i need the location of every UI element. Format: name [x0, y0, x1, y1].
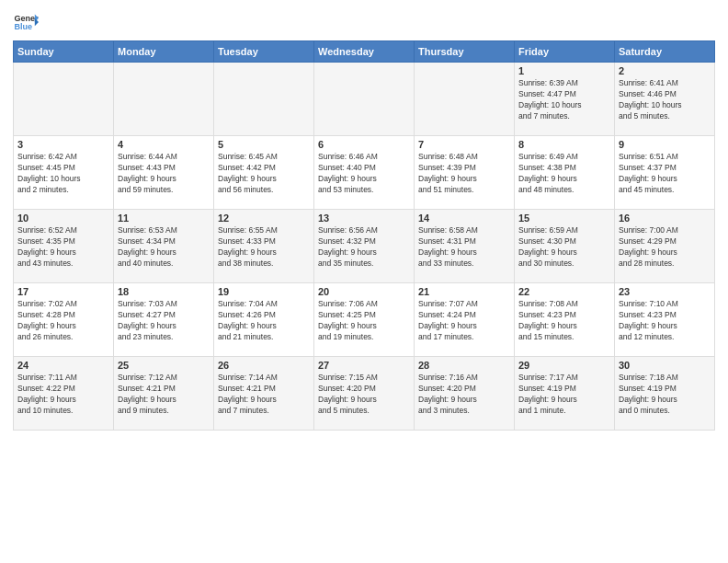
weekday-header-row: SundayMondayTuesdayWednesdayThursdayFrid…	[14, 41, 715, 63]
day-number: 20	[318, 286, 410, 297]
day-info: Sunrise: 7:11 AM Sunset: 4:22 PM Dayligh…	[17, 373, 109, 417]
day-number: 9	[619, 139, 711, 150]
day-info: Sunrise: 6:45 AM Sunset: 4:42 PM Dayligh…	[218, 152, 310, 196]
day-info: Sunrise: 7:14 AM Sunset: 4:21 PM Dayligh…	[218, 373, 310, 417]
week-row-4: 17Sunrise: 7:02 AM Sunset: 4:28 PM Dayli…	[14, 283, 715, 357]
svg-text:Blue: Blue	[14, 22, 32, 31]
day-number: 18	[118, 286, 210, 297]
calendar-cell: 12Sunrise: 6:55 AM Sunset: 4:33 PM Dayli…	[214, 210, 314, 283]
week-row-5: 24Sunrise: 7:11 AM Sunset: 4:22 PM Dayli…	[14, 357, 715, 431]
header: General Blue	[13, 9, 715, 35]
calendar-cell: 7Sunrise: 6:48 AM Sunset: 4:39 PM Daylig…	[415, 136, 515, 210]
calendar-cell: 19Sunrise: 7:04 AM Sunset: 4:26 PM Dayli…	[214, 283, 314, 357]
day-number: 15	[518, 213, 610, 224]
day-number: 3	[17, 139, 109, 150]
day-number: 21	[418, 286, 510, 297]
calendar-cell: 11Sunrise: 6:53 AM Sunset: 4:34 PM Dayli…	[114, 210, 214, 283]
weekday-header-sunday: Sunday	[14, 41, 114, 63]
day-info: Sunrise: 6:58 AM Sunset: 4:31 PM Dayligh…	[418, 225, 510, 270]
calendar-cell: 6Sunrise: 6:46 AM Sunset: 4:40 PM Daylig…	[314, 136, 415, 210]
calendar-cell: 3Sunrise: 6:42 AM Sunset: 4:45 PM Daylig…	[14, 136, 114, 210]
day-info: Sunrise: 7:03 AM Sunset: 4:27 PM Dayligh…	[118, 299, 210, 343]
day-number: 16	[619, 213, 711, 224]
calendar-cell: 25Sunrise: 7:12 AM Sunset: 4:21 PM Dayli…	[114, 357, 214, 431]
calendar-cell	[114, 63, 214, 136]
calendar-cell	[14, 63, 114, 136]
calendar-cell: 2Sunrise: 6:41 AM Sunset: 4:46 PM Daylig…	[615, 63, 715, 136]
day-info: Sunrise: 6:56 AM Sunset: 4:32 PM Dayligh…	[318, 225, 410, 270]
weekday-header-friday: Friday	[515, 41, 615, 63]
day-info: Sunrise: 7:17 AM Sunset: 4:19 PM Dayligh…	[518, 373, 610, 417]
day-info: Sunrise: 7:10 AM Sunset: 4:23 PM Dayligh…	[619, 299, 711, 343]
calendar-cell: 16Sunrise: 7:00 AM Sunset: 4:29 PM Dayli…	[615, 210, 715, 283]
calendar-table: SundayMondayTuesdayWednesdayThursdayFrid…	[13, 40, 715, 431]
calendar-cell	[214, 63, 314, 136]
weekday-header-saturday: Saturday	[615, 41, 715, 63]
generalblue-logo-icon: General Blue	[13, 9, 39, 35]
weekday-header-tuesday: Tuesday	[214, 41, 314, 63]
day-number: 29	[518, 360, 610, 371]
calendar-cell: 21Sunrise: 7:07 AM Sunset: 4:24 PM Dayli…	[415, 283, 515, 357]
day-number: 27	[318, 360, 410, 371]
day-number: 7	[418, 139, 510, 150]
day-number: 6	[318, 139, 410, 150]
week-row-1: 1Sunrise: 6:39 AM Sunset: 4:47 PM Daylig…	[14, 63, 715, 136]
day-info: Sunrise: 6:46 AM Sunset: 4:40 PM Dayligh…	[318, 152, 410, 196]
day-info: Sunrise: 7:06 AM Sunset: 4:25 PM Dayligh…	[318, 299, 410, 343]
calendar-cell: 20Sunrise: 7:06 AM Sunset: 4:25 PM Dayli…	[314, 283, 415, 357]
day-number: 23	[619, 286, 711, 297]
calendar-cell: 9Sunrise: 6:51 AM Sunset: 4:37 PM Daylig…	[615, 136, 715, 210]
calendar-cell: 1Sunrise: 6:39 AM Sunset: 4:47 PM Daylig…	[515, 63, 615, 136]
day-info: Sunrise: 6:59 AM Sunset: 4:30 PM Dayligh…	[518, 225, 610, 270]
calendar-cell: 17Sunrise: 7:02 AM Sunset: 4:28 PM Dayli…	[14, 283, 114, 357]
day-number: 28	[418, 360, 510, 371]
day-number: 26	[218, 360, 310, 371]
day-info: Sunrise: 6:52 AM Sunset: 4:35 PM Dayligh…	[17, 225, 109, 270]
day-info: Sunrise: 7:07 AM Sunset: 4:24 PM Dayligh…	[418, 299, 510, 343]
day-info: Sunrise: 6:42 AM Sunset: 4:45 PM Dayligh…	[17, 152, 109, 196]
day-number: 19	[218, 286, 310, 297]
calendar-cell: 29Sunrise: 7:17 AM Sunset: 4:19 PM Dayli…	[515, 357, 615, 431]
day-number: 25	[118, 360, 210, 371]
calendar-cell: 15Sunrise: 6:59 AM Sunset: 4:30 PM Dayli…	[515, 210, 615, 283]
day-number: 5	[218, 139, 310, 150]
day-number: 2	[619, 65, 711, 76]
day-info: Sunrise: 6:51 AM Sunset: 4:37 PM Dayligh…	[619, 152, 711, 196]
day-info: Sunrise: 7:12 AM Sunset: 4:21 PM Dayligh…	[118, 373, 210, 417]
calendar-cell: 27Sunrise: 7:15 AM Sunset: 4:20 PM Dayli…	[314, 357, 415, 431]
page: General Blue SundayMondayTuesdayWednesda…	[0, 0, 728, 563]
day-number: 1	[518, 65, 610, 76]
calendar-cell	[415, 63, 515, 136]
day-number: 4	[118, 139, 210, 150]
day-info: Sunrise: 7:04 AM Sunset: 4:26 PM Dayligh…	[218, 299, 310, 343]
calendar-cell: 23Sunrise: 7:10 AM Sunset: 4:23 PM Dayli…	[615, 283, 715, 357]
week-row-3: 10Sunrise: 6:52 AM Sunset: 4:35 PM Dayli…	[14, 210, 715, 283]
calendar-cell: 13Sunrise: 6:56 AM Sunset: 4:32 PM Dayli…	[314, 210, 415, 283]
day-number: 22	[518, 286, 610, 297]
day-info: Sunrise: 6:55 AM Sunset: 4:33 PM Dayligh…	[218, 225, 310, 270]
weekday-header-monday: Monday	[114, 41, 214, 63]
calendar-cell: 18Sunrise: 7:03 AM Sunset: 4:27 PM Dayli…	[114, 283, 214, 357]
day-info: Sunrise: 6:49 AM Sunset: 4:38 PM Dayligh…	[518, 152, 610, 196]
calendar-cell: 10Sunrise: 6:52 AM Sunset: 4:35 PM Dayli…	[14, 210, 114, 283]
calendar-cell: 14Sunrise: 6:58 AM Sunset: 4:31 PM Dayli…	[415, 210, 515, 283]
day-info: Sunrise: 7:16 AM Sunset: 4:20 PM Dayligh…	[418, 373, 510, 417]
calendar-cell: 4Sunrise: 6:44 AM Sunset: 4:43 PM Daylig…	[114, 136, 214, 210]
day-number: 17	[17, 286, 109, 297]
day-number: 8	[518, 139, 610, 150]
calendar-cell: 24Sunrise: 7:11 AM Sunset: 4:22 PM Dayli…	[14, 357, 114, 431]
weekday-header-wednesday: Wednesday	[314, 41, 415, 63]
calendar-cell: 30Sunrise: 7:18 AM Sunset: 4:19 PM Dayli…	[615, 357, 715, 431]
calendar-cell: 5Sunrise: 6:45 AM Sunset: 4:42 PM Daylig…	[214, 136, 314, 210]
day-info: Sunrise: 6:39 AM Sunset: 4:47 PM Dayligh…	[518, 78, 610, 122]
week-row-2: 3Sunrise: 6:42 AM Sunset: 4:45 PM Daylig…	[14, 136, 715, 210]
calendar-cell: 28Sunrise: 7:16 AM Sunset: 4:20 PM Dayli…	[415, 357, 515, 431]
day-info: Sunrise: 6:41 AM Sunset: 4:46 PM Dayligh…	[619, 78, 711, 122]
day-number: 30	[619, 360, 711, 371]
day-info: Sunrise: 6:48 AM Sunset: 4:39 PM Dayligh…	[418, 152, 510, 196]
day-info: Sunrise: 7:08 AM Sunset: 4:23 PM Dayligh…	[518, 299, 610, 343]
logo: General Blue	[13, 9, 39, 35]
calendar-body: 1Sunrise: 6:39 AM Sunset: 4:47 PM Daylig…	[14, 63, 715, 431]
day-info: Sunrise: 7:00 AM Sunset: 4:29 PM Dayligh…	[619, 225, 711, 270]
day-info: Sunrise: 6:44 AM Sunset: 4:43 PM Dayligh…	[118, 152, 210, 196]
